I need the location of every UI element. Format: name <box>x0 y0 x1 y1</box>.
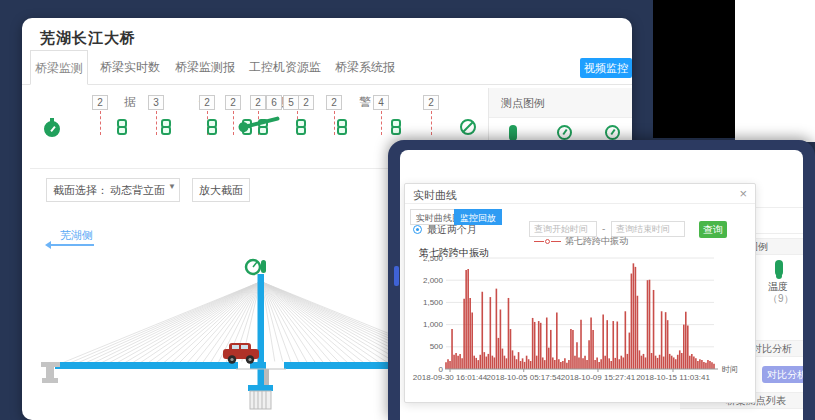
sensor-count-badge: 2 <box>250 95 266 110</box>
popup-window-frame: 测点图例 温度 （9） 对比分析 对比分析 桥梁测点列表 实时曲线 × 实时曲线… <box>388 140 815 420</box>
thermometer-icon <box>775 260 783 276</box>
chart-legend: 第七跨跨中振动 <box>405 236 757 246</box>
gauge-icon <box>557 125 572 140</box>
thermometer-icon <box>261 260 266 273</box>
svg-text:2,500: 2,500 <box>423 256 444 263</box>
svg-text:时间: 时间 <box>722 365 738 374</box>
bridge-pier-column <box>264 369 269 386</box>
section-select-value[interactable]: 动态背立面 <box>110 183 165 198</box>
modal-title: 实时曲线 <box>413 188 457 203</box>
legend-label: 第七跨跨中振动 <box>565 235 628 248</box>
enlarge-section-button[interactable]: 放大截面 <box>192 178 250 202</box>
sensor-count-badge: 2 <box>298 95 314 110</box>
temperature-count: （9） <box>768 292 794 306</box>
radio-last-two-months[interactable] <box>413 225 422 234</box>
chevron-down-icon[interactable]: ▼ <box>168 182 176 191</box>
sensor-count-badge: 6 <box>266 95 282 110</box>
range-separator: - <box>602 223 605 234</box>
divider <box>405 203 755 204</box>
tab-bridge-monitoring[interactable]: 桥梁监测 <box>30 50 88 85</box>
dashed-line <box>334 111 335 135</box>
tab-ipc-resource[interactable]: 工控机资源监测 <box>245 50 325 85</box>
scrollbar-thumb[interactable] <box>394 266 399 286</box>
close-icon[interactable]: × <box>739 186 747 201</box>
svg-text:1,000: 1,000 <box>423 320 444 329</box>
svg-text:500: 500 <box>430 342 444 351</box>
stopwatch-icon <box>44 121 60 137</box>
prohibition-icon <box>460 119 476 135</box>
dashed-line <box>381 111 382 135</box>
pier-piles <box>250 391 271 409</box>
chain-link-icon <box>337 119 347 135</box>
svg-text:2018-10-05 05:17:54: 2018-10-05 05:17:54 <box>487 373 562 382</box>
chain-link-icon <box>391 119 401 135</box>
sensor-count-badge: 5 <box>283 95 299 110</box>
chain-link-icon <box>207 119 217 135</box>
svg-text:1,500: 1,500 <box>423 298 444 307</box>
realtime-curve-modal: 实时曲线 × 实时曲线图 监控回放 最近两个月 - 查询 第七跨跨中振动 第七跨… <box>404 183 756 403</box>
pier-cap <box>248 385 273 391</box>
svg-text:2018-09-30 16:01:44: 2018-09-30 16:01:44 <box>413 373 488 382</box>
legend-panel-title: 测点图例 <box>489 88 632 118</box>
section-select-label: 截面选择： <box>53 183 108 198</box>
background-window <box>735 0 815 142</box>
tab-system-alarm[interactable]: 桥梁系统报警 <box>330 50 400 85</box>
sensor-count-badge: 4 <box>373 95 389 110</box>
radio-label: 最近两个月 <box>427 223 477 237</box>
tab-monitor-report[interactable]: 桥梁监测报告 <box>170 50 240 85</box>
sensor-count-badge: 2 <box>92 95 108 110</box>
page-title: 芜湖长江大桥 <box>40 29 136 48</box>
sensor-count-badge: 3 <box>148 95 164 110</box>
dashed-line <box>233 111 234 135</box>
compare-analysis-button[interactable]: 对比分析 <box>762 366 803 383</box>
legend-marker-icon <box>545 239 550 244</box>
sensor-count-badge: 2 <box>225 95 241 110</box>
bridge-tower <box>258 274 265 387</box>
sensor-count-badge: 2 <box>326 95 342 110</box>
tab-bar: 桥梁监测 桥梁实时数据 桥梁监测报告 工控机资源监测 桥梁系统报警 <box>22 50 632 85</box>
dashed-line <box>100 111 101 135</box>
svg-text:2018-10-09 15:27:41: 2018-10-09 15:27:41 <box>561 373 636 382</box>
popup-window: 测点图例 温度 （9） 对比分析 对比分析 桥梁测点列表 实时曲线 × 实时曲线… <box>400 150 803 420</box>
chain-link-icon <box>296 119 306 135</box>
dashed-line <box>156 111 157 135</box>
sensor-count-badge: 2 <box>423 95 439 110</box>
gauge-icon <box>605 125 620 140</box>
vibration-chart: 05001,0001,5002,0002,5002018-09-30 16:01… <box>405 256 757 388</box>
black-overlay <box>653 0 735 138</box>
svg-text:2,000: 2,000 <box>423 276 444 285</box>
dashed-line <box>431 111 432 135</box>
chain-link-icon <box>117 119 127 135</box>
video-monitor-button[interactable]: 视频监控 <box>580 58 632 78</box>
sensor-count-badge: 2 <box>199 95 215 110</box>
svg-text:2018-10-15 11:03:41: 2018-10-15 11:03:41 <box>636 373 710 382</box>
chain-link-icon <box>161 119 171 135</box>
left-abutment <box>41 362 60 383</box>
car <box>223 343 259 364</box>
thermometer-icon <box>509 125 517 141</box>
tab-realtime-data[interactable]: 桥梁实时数据 <box>95 50 165 85</box>
